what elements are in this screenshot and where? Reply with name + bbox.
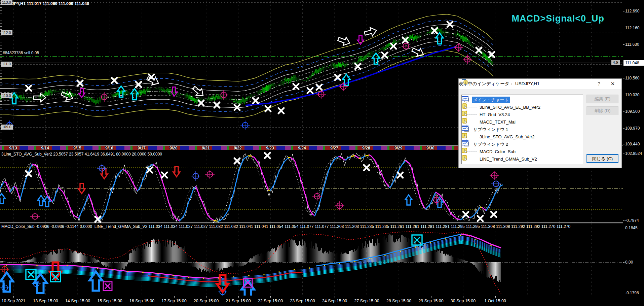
time-axis-label: 28 Sep 15:00 (386, 299, 411, 303)
session-segment (157, 146, 163, 150)
time-axis-tick (238, 296, 239, 298)
edit-button[interactable]: 編集 (E) (586, 95, 618, 103)
sub2-axis-label: -0.1798 (625, 291, 639, 295)
axis-tick (623, 293, 624, 293)
session-segment (446, 146, 452, 150)
session-segment (84, 146, 92, 150)
grid-price-badge: 112.0 (1, 30, 12, 35)
time-axis-label: 14 Sep 15:00 (65, 299, 90, 303)
indicator-function-icon: f (462, 133, 467, 138)
time-axis-tick (431, 296, 431, 298)
session-segment (212, 146, 221, 150)
time-axis-tick (78, 296, 78, 298)
tree-indicator-label[interactable]: LINE_Trend_GMMA_Sub_V2 (478, 156, 538, 162)
tree-indicator-item[interactable]: f 3Line_STO_AVG_EL_BB_Ver2 (462, 103, 583, 111)
sub2-header: MACD_Color_Sub -0.0936 -0.0936 -0.1144 0… (1, 224, 570, 229)
timeline-date-label: 9/22 (234, 146, 241, 150)
tree-group-0[interactable]: メイン・チャート (462, 96, 583, 103)
session-segment (414, 146, 420, 150)
gmma-values: LINE_Trend_GMMA_Sub_V2 111.034 111.034 1… (94, 224, 571, 229)
time-axis-label: 30 Sep 15:00 (451, 299, 476, 303)
timeline-date-label: 9/15 (73, 146, 81, 150)
time-axis-label: 29 Sep 15:00 (418, 299, 443, 303)
tree-group-label[interactable]: サブウィンドウ 2 (472, 141, 509, 147)
sub2-axis-label: 0.00 (625, 260, 633, 265)
timeline-date-label: 9/14 (41, 146, 49, 150)
indicator-tree[interactable]: メイン・チャート f 3Line_STO_AVG_EL_BB_Ver2 f HT… (461, 95, 583, 164)
sub1-axis-label: 102.8524 (625, 151, 642, 156)
time-axis[interactable]: 10 Sep 202113 Sep 15:0014 Sep 15:0015 Se… (0, 296, 644, 306)
dialog-title: 表示中のインディケータ： USDJPY,H1 (459, 81, 540, 87)
mt4-chart-window: USDJPY,H1 111.017 111.069 111.009 111.04… (0, 0, 644, 306)
tree-indicator-label[interactable]: HT_Grid_V3.24 (478, 111, 511, 118)
time-axis-label: 1 Oct 15:00 (484, 299, 506, 303)
timeline-date-label: 9/28 (362, 146, 370, 150)
time-axis-label: 22 Sep 15:00 (258, 299, 283, 303)
tree-group-1[interactable]: サブウィンドウ 1 (462, 126, 583, 133)
time-axis-tick (46, 296, 46, 298)
time-axis-label: 23 Sep 15:00 (290, 299, 315, 303)
price-axis-label: 112.690 (625, 9, 640, 13)
time-axis-label: 15 Sep 15:00 (97, 299, 122, 303)
tree-indicator-label[interactable]: MACD_TEXT_Mai (478, 119, 517, 125)
session-segment (253, 146, 259, 150)
session-segment (221, 146, 227, 150)
delete-button[interactable]: 削除 (D) (586, 106, 618, 115)
price-axis-label: 110.030 (625, 93, 640, 97)
tree-indicator-item[interactable]: f HT_Grid_V3.24 (462, 111, 583, 118)
time-axis-tick (335, 296, 335, 298)
axis-tick (623, 128, 624, 129)
tree-indicator-label[interactable]: 3Line_STO_AVG_EL_BB_Ver2 (478, 104, 542, 110)
session-segment (285, 146, 291, 150)
timeline-date-label: 9/16 (105, 146, 113, 150)
tree-indicator-label[interactable]: MACD_Color_Sub (478, 148, 517, 155)
dialog-titlebar[interactable]: f 表示中のインディケータ： USDJPY,H1 ? ✕ (459, 79, 621, 89)
axis-tick (623, 95, 624, 95)
timeline-date-label: 9/27 (330, 146, 338, 150)
tree-indicator-item[interactable]: f MACD_TEXT_Mai (462, 118, 583, 126)
dialog-close-icon[interactable]: ✕ (609, 80, 617, 88)
time-axis-label: 13 Sep 15:00 (33, 299, 58, 303)
time-axis-tick (110, 296, 110, 298)
tree-indicator-item[interactable]: f 3Line_STO_AVG_Sub_Ver2 (462, 133, 583, 140)
time-axis-tick (367, 296, 367, 298)
time-axis-label: 10 Sep 2021 (2, 299, 26, 303)
session-segment (405, 146, 414, 150)
symbol-header: USDJPY,H1 111.017 111.069 111.009 111.04… (3, 1, 89, 6)
timeline-date-label: 9/30 (426, 146, 434, 150)
time-axis-tick (463, 296, 463, 298)
price-axis-label: 110.560 (625, 76, 640, 80)
timeline-date-label: 9/29 (394, 146, 402, 150)
tree-group-label[interactable]: サブウィンドウ 1 (472, 126, 509, 133)
tree-indicator-item[interactable]: f MACD_Color_Sub (462, 148, 583, 155)
indicator-function-icon: f (462, 103, 467, 109)
timeline-date-label: 9/24 (298, 146, 306, 150)
current-price-badge: 111.048 (623, 60, 644, 66)
session-segment (52, 146, 61, 150)
chart-window-icon (462, 126, 468, 131)
axis-tick (623, 11, 624, 11)
indicator-function-icon: f (462, 155, 467, 161)
session-segment (28, 146, 34, 150)
close-button[interactable]: 閉じる (C) (586, 154, 618, 163)
axis-tick (623, 144, 624, 144)
tree-indicator-label[interactable]: 3Line_STO_AVG_Sub_Ver2 (478, 134, 536, 140)
tree-group-2[interactable]: サブウィンドウ 2 (462, 140, 583, 148)
session-segment (124, 146, 130, 150)
session-segment (20, 146, 28, 150)
dialog-help-button[interactable]: ? (595, 80, 603, 87)
tree-group-label[interactable]: メイン・チャート (472, 97, 510, 103)
tree-indicator-item[interactable]: f LINE_Trend_GMMA_Sub_V2 (462, 155, 583, 163)
session-segment (381, 146, 387, 150)
session-segment (309, 146, 317, 150)
axis-tick (623, 78, 624, 78)
axis-tick (623, 262, 624, 263)
price-axis-label: 112.160 (625, 26, 640, 30)
indicator-function-icon: f (462, 148, 467, 153)
sub1-header: 3Line_STO_AVG_Sub_Ver2 23.5057 23.5057 4… (1, 152, 162, 157)
time-axis-tick (13, 296, 14, 298)
price-axis[interactable]: 112.690112.160111.630110.560110.030109.5… (623, 0, 644, 306)
price-axis-label: 109.500 (625, 109, 640, 114)
session-segment (437, 146, 446, 150)
timeline-date-label: 9/17 (138, 146, 145, 150)
